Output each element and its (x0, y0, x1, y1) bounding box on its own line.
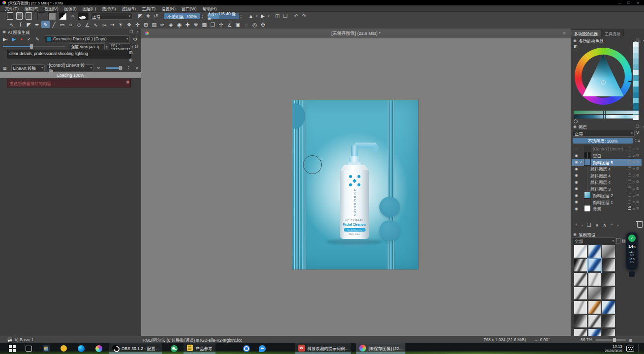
delete-layer-button[interactable] (637, 222, 643, 228)
lock-icon[interactable] (628, 187, 631, 190)
wraparound-mode-icon[interactable]: ◫ (274, 13, 281, 19)
layer-visibility-icon[interactable]: ◉ (573, 186, 580, 191)
seed-spinner[interactable]: ▴▾ (132, 45, 133, 49)
toolbox-tool[interactable]: ◎ (250, 21, 259, 28)
add-layer-button[interactable]: + (575, 222, 578, 228)
lock-icon[interactable] (628, 180, 631, 183)
subwindow-close-icon[interactable]: × (563, 30, 571, 36)
brush-preset-cell[interactable] (588, 328, 602, 336)
blend-mode-select[interactable]: 正常▾ (90, 13, 132, 20)
minimize-button[interactable]: – (618, 0, 620, 5)
brush-preset-cell[interactable] (602, 328, 615, 336)
add-control-layer-icon[interactable]: ⊕ (129, 58, 133, 62)
gradient-edit-icon[interactable]: ≋ (68, 13, 76, 19)
toolbox-tool[interactable]: ◌ (242, 21, 250, 28)
toolbox-tool[interactable]: ↝ (100, 21, 108, 28)
brush-preset-cell[interactable] (588, 259, 602, 272)
taskbar-item[interactable] (169, 344, 180, 353)
lock-icon[interactable] (628, 161, 631, 164)
layer-name[interactable]: 颜料图层 4 (590, 166, 628, 172)
brush-preset-cell[interactable] (574, 244, 587, 258)
menu-item[interactable]: 文件(F) (2, 5, 22, 11)
shade-swatch[interactable] (633, 59, 639, 64)
inherit-alpha-icon[interactable]: α (633, 207, 635, 210)
layer-name[interactable]: 颜料图层 1 (593, 199, 628, 205)
brush-preset-cell[interactable] (602, 244, 615, 258)
layer-row[interactable]: ◉ ✓ 颜料图层 5 α ⚙ (572, 159, 642, 166)
resize-grip[interactable]: ˆˆˆ (67, 84, 71, 87)
generate-lineart-icon[interactable]: ✑ (97, 66, 100, 70)
layer-thumbnail[interactable] (584, 146, 591, 152)
menu-item[interactable]: 图像(I) (61, 5, 80, 11)
strength-slider[interactable] (3, 46, 65, 47)
layer-visibility-icon[interactable]: ◉ (573, 180, 580, 184)
toolbox-tool[interactable]: ▭ (58, 21, 66, 28)
opacity-spinner[interactable]: ▴▾ (202, 14, 203, 18)
close-docker-icon[interactable]: × (136, 30, 139, 34)
layer-properties-gear-icon[interactable]: ⚙ (636, 187, 639, 191)
add-text-region-icon[interactable]: ⊞ (129, 50, 133, 55)
filter-funnel-icon[interactable]: ∇ (636, 130, 639, 135)
size-slider[interactable]: 大小: 115.40 像素 (208, 13, 239, 19)
layer-name[interactable]: 空白 (593, 152, 628, 158)
new-document-icon[interactable] (7, 12, 13, 20)
redo-icon[interactable]: ↷ (300, 13, 308, 19)
toolbox-tool[interactable]: ◤ (25, 21, 33, 28)
layer-row[interactable]: ◉ 颜料图层 3 α ⚙ (572, 185, 642, 192)
lock-icon[interactable] (628, 174, 631, 177)
toolbox-tool[interactable]: T (16, 21, 25, 28)
edit-button[interactable]: ✎ (35, 36, 39, 42)
taskbar-item[interactable] (59, 344, 69, 353)
inherit-alpha-icon[interactable]: α (633, 160, 635, 164)
chevron-down-icon[interactable]: ▾ (255, 14, 259, 18)
tab-advanced-color-selector[interactable]: 多功能拾色器 (571, 30, 601, 36)
taskbar-clock[interactable]: 10:132025/3/19 (605, 344, 622, 353)
layer-row[interactable]: ◉ 颜料图层 4 α ⚙ (572, 166, 642, 173)
shade-swatch[interactable] (633, 47, 639, 53)
brush-preset-cell[interactable] (574, 300, 587, 314)
size-spinner[interactable]: ▴▾ (241, 14, 242, 18)
negative-prompt-input[interactable]: 描述您想要排除的内容... ˆˆˆ ▦ (7, 79, 131, 88)
prompt-input[interactable]: clear details, professional shooting lig… (7, 50, 131, 59)
layer-visibility-icon[interactable]: ◉ (573, 200, 580, 204)
layer-properties-gear-icon[interactable]: ⚙ (636, 200, 639, 204)
taskbar-item[interactable] (76, 344, 87, 353)
toolbox-tool[interactable]: ✑ (158, 21, 167, 28)
toolbox-tool[interactable]: ∿ (92, 21, 100, 28)
lock-icon[interactable] (628, 194, 631, 197)
layer-thumbnail[interactable] (584, 152, 591, 159)
layer-row[interactable]: ◉ 颜料图层 2 α ⚙ (572, 192, 642, 199)
brush-preset-cell[interactable] (574, 259, 587, 272)
layer-thumbnail[interactable] (584, 199, 591, 206)
brush-preset-cell[interactable] (588, 272, 602, 286)
inherit-alpha-icon[interactable]: α (633, 154, 635, 157)
opacity-slider[interactable]: 不透明度: 100% (164, 13, 200, 19)
toolbox-tool[interactable]: ∡ (225, 21, 234, 28)
style-preset-select[interactable]: Cinematic Photo (XL) (Copy)▾ (45, 35, 130, 42)
lock-icon[interactable] (628, 167, 631, 170)
mirror-horizontal-icon[interactable]: ▲ (247, 13, 255, 19)
toolbox-tool[interactable]: ◉ (175, 21, 184, 28)
move-layer-up-button[interactable]: ∧ (603, 222, 606, 228)
brush-preset-cell[interactable] (574, 272, 587, 286)
layer-properties-gear-icon[interactable]: ⚙ (636, 193, 639, 197)
toolbox-tool[interactable]: ✎ (41, 21, 50, 28)
menu-item[interactable]: 图层(L) (80, 5, 99, 11)
lock-icon[interactable] (628, 154, 631, 157)
layer-thumbnail[interactable] (584, 159, 591, 166)
zoom-value[interactable]: 66.7% (581, 337, 592, 342)
toolbox-tool[interactable]: ✒ (33, 21, 41, 28)
record-button[interactable]: ● (20, 37, 23, 41)
control-strength-slider[interactable] (106, 67, 123, 69)
float-docker-icon[interactable]: ❐ (129, 30, 133, 34)
layer-options-icon[interactable]: ≡ (638, 138, 640, 143)
toolbox-tool[interactable]: ▨ (150, 21, 158, 28)
toolbox-tool[interactable]: ▣ (234, 21, 242, 28)
toolbox-tool[interactable]: ✳ (117, 21, 125, 28)
toolbox-tool[interactable]: ❐ (209, 21, 217, 28)
shade-swatch[interactable] (633, 98, 639, 103)
taskbar-item[interactable]: [未保存图像] (22... (356, 343, 405, 354)
layer-name[interactable]: 颜料图层 3 (590, 186, 628, 192)
toolbox-tool[interactable]: ▩ (200, 21, 209, 28)
shade-gradient-bar-2[interactable] (574, 115, 639, 118)
